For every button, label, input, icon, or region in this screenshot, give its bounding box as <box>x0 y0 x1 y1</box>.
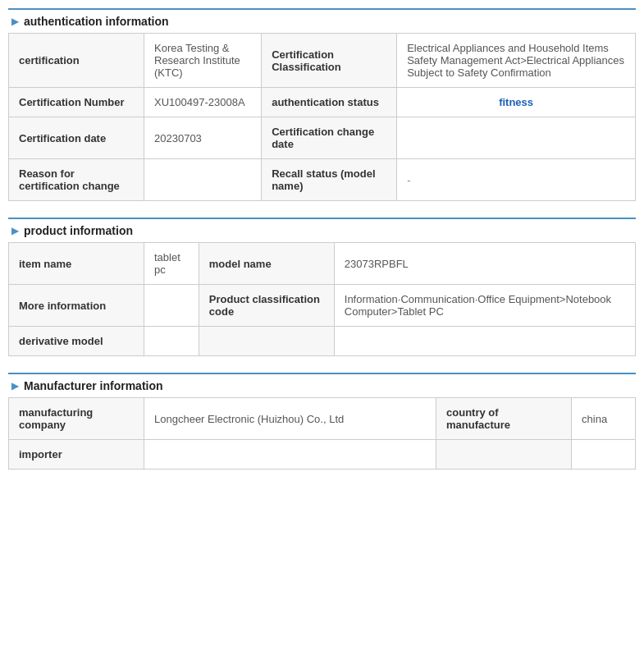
cert-change-date-value <box>397 117 636 159</box>
arrow-icon: ▶ <box>11 380 19 392</box>
authentication-table: certification Korea Testing & Research I… <box>8 33 636 201</box>
table-row: importer <box>9 440 636 470</box>
table-row: item name tablet pc model name 23073RPBF… <box>9 243 636 285</box>
fitness-link[interactable]: fitness <box>499 96 533 108</box>
cert-number-value: XU100497-23008A <box>144 88 262 117</box>
manufacturer-table: manufacturing company Longcheer Electron… <box>8 397 636 470</box>
product-title: product information <box>24 224 133 237</box>
item-name-value: tablet pc <box>144 243 199 285</box>
empty-mfg-label <box>436 440 572 470</box>
cert-date-label: Certification date <box>9 117 144 159</box>
product-section: ▶ product information item name tablet p… <box>8 218 636 356</box>
importer-label: importer <box>9 440 144 470</box>
recall-label: Recall status (model name) <box>262 159 397 201</box>
manufacturer-header: ▶ Manufacturer information <box>8 373 636 397</box>
derivative-model-value <box>144 327 199 356</box>
derivative-model-label: derivative model <box>9 327 144 356</box>
manufacturer-section: ▶ Manufacturer information manufacturing… <box>8 373 636 470</box>
more-info-value <box>144 285 199 327</box>
cert-label: certification <box>9 34 144 88</box>
item-name-label: item name <box>9 243 144 285</box>
reason-value <box>144 159 262 201</box>
country-label: country of manufacture <box>436 398 572 440</box>
cert-value: Korea Testing & Research Institute (KTC) <box>144 34 262 88</box>
authentication-header: ▶ authentication information <box>8 8 636 33</box>
arrow-icon: ▶ <box>11 225 19 236</box>
table-row: certification Korea Testing & Research I… <box>9 34 636 88</box>
model-name-label: model name <box>199 243 334 285</box>
table-row: Certification Number XU100497-23008A aut… <box>9 88 636 117</box>
table-row: derivative model <box>9 327 636 356</box>
product-code-label: Product classification code <box>199 285 334 327</box>
authentication-title: authentication information <box>24 15 169 28</box>
auth-status-label: authentication status <box>262 88 397 117</box>
table-row: More information Product classification … <box>9 285 636 327</box>
cert-date-value: 20230703 <box>144 117 262 159</box>
empty-value-3 <box>334 327 635 356</box>
more-info-label: More information <box>9 285 144 327</box>
model-name-value: 23073RPBFL <box>334 243 635 285</box>
table-row: manufacturing company Longcheer Electron… <box>9 398 636 440</box>
country-value: china <box>572 398 636 440</box>
empty-label-3 <box>199 327 334 356</box>
empty-mfg-value <box>572 440 636 470</box>
table-row: Certification date 20230703 Certificatio… <box>9 117 636 159</box>
manufacturer-title: Manufacturer information <box>24 379 163 392</box>
importer-value <box>144 440 436 470</box>
cert-number-label: Certification Number <box>9 88 144 117</box>
authentication-section: ▶ authentication information certificati… <box>8 8 636 201</box>
cert-change-date-label: Certification change date <box>262 117 397 159</box>
product-table: item name tablet pc model name 23073RPBF… <box>8 242 636 356</box>
mfg-company-label: manufacturing company <box>9 398 144 440</box>
table-row: Reason for certification change Recall s… <box>9 159 636 201</box>
product-code-value: Information·Communication·Office Equipme… <box>334 285 635 327</box>
product-header: ▶ product information <box>8 218 636 242</box>
arrow-icon: ▶ <box>11 16 19 27</box>
recall-value: - <box>397 159 636 201</box>
reason-label: Reason for certification change <box>9 159 144 201</box>
cert-class-label: Certification Classification <box>262 34 397 88</box>
mfg-company-value: Longcheer Electronic (Huizhou) Co., Ltd <box>144 398 436 440</box>
auth-status-value: fitness <box>397 88 636 117</box>
cert-class-value: Electrical Appliances and Household Item… <box>397 34 636 88</box>
